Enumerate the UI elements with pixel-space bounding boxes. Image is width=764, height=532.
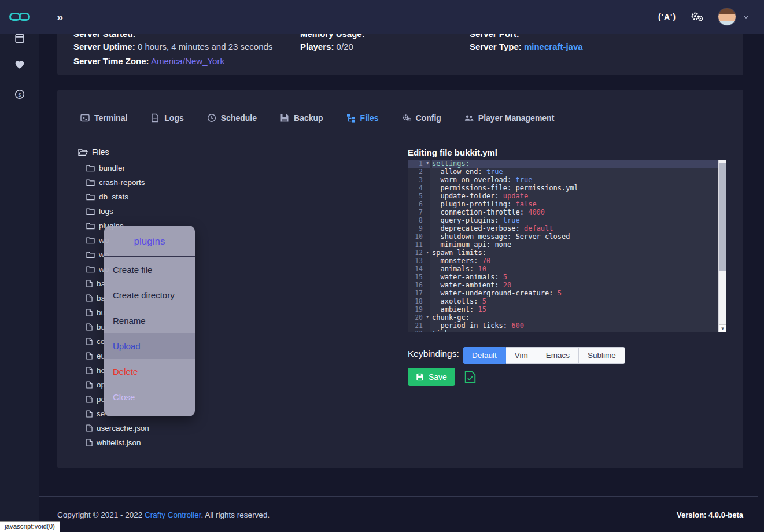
settings-gears-icon[interactable]	[690, 11, 704, 23]
tab-label: Schedule	[221, 113, 257, 123]
keybindings-label: Keybindings:	[408, 349, 459, 359]
chevron-down-icon[interactable]	[743, 15, 749, 19]
context-menu-title: plugins	[104, 226, 195, 256]
menu-item-create-file[interactable]: Create file	[104, 257, 195, 282]
tab-logs[interactable]: Logs	[150, 113, 183, 123]
footer: Copyright © 2021 - 2022 Crafty Controlle…	[39, 496, 758, 532]
code-line: period-in-ticks: 600	[432, 322, 718, 330]
editor-code-area[interactable]: settings: allow-end: true warn-on-overlo…	[430, 160, 718, 332]
tree-item-logs[interactable]: logs	[86, 204, 149, 219]
gutter-line-number: 22	[408, 330, 430, 332]
file-icon	[86, 424, 93, 432]
file-icon	[86, 309, 93, 316]
gutter-line-number: 9	[408, 224, 430, 232]
server-type-link[interactable]: minecraft-java	[524, 42, 583, 51]
tab-backup[interactable]: Backup	[280, 113, 323, 123]
code-line: update-folder: update	[432, 192, 718, 200]
stat-timezone: Server Time Zone: America/New_York	[73, 56, 224, 66]
fold-arrow-icon[interactable]: ▾	[426, 248, 429, 256]
files-icon	[346, 113, 356, 123]
code-line: plugin-profiling: false	[432, 200, 718, 208]
file-check-icon[interactable]	[464, 371, 476, 383]
heart-icon[interactable]	[14, 60, 25, 69]
folder-icon	[86, 237, 95, 244]
fold-arrow-icon[interactable]: ▾	[426, 160, 429, 167]
crafty-logo[interactable]	[0, 0, 39, 34]
copyright-text: Copyright © 2021 - 2022 Crafty Controlle…	[57, 511, 270, 519]
file-icon	[86, 280, 93, 287]
file-icon	[86, 410, 93, 418]
tab-bar: TerminalLogsScheduleBackupFilesConfigPla…	[80, 109, 554, 127]
tree-item-whitelist.json[interactable]: whitelist.json	[86, 435, 149, 450]
keybinding-emacs[interactable]: Emacs	[537, 347, 579, 364]
editor-title: Editing file bukkit.yml	[408, 147, 497, 157]
keybinding-default[interactable]: Default	[463, 347, 506, 364]
tab-terminal[interactable]: Terminal	[80, 113, 127, 123]
code-line: query-plugins: true	[432, 216, 718, 224]
gutter-line-number: 20▾	[408, 313, 430, 322]
menu-item-delete[interactable]: Delete	[104, 359, 195, 384]
code-line: water-ambient: 20	[432, 281, 718, 289]
menu-item-close[interactable]: Close	[104, 384, 195, 409]
tab-config[interactable]: Config	[402, 113, 441, 123]
file-icon	[86, 381, 93, 389]
tab-label: Logs	[164, 113, 183, 123]
copyright-suffix: . All rights reserved.	[201, 511, 270, 519]
tree-item-label: bundler	[99, 164, 125, 172]
tab-schedule[interactable]: Schedule	[207, 113, 257, 123]
fold-arrow-icon[interactable]: ▾	[426, 313, 429, 321]
code-line: deprecated-verbose: default	[432, 224, 718, 232]
code-line: minimum-api: none	[432, 241, 718, 249]
menu-item-upload[interactable]: Upload	[104, 333, 195, 359]
save-button[interactable]: Save	[408, 368, 455, 386]
keybinding-vim[interactable]: Vim	[506, 347, 537, 364]
menu-item-create-directory[interactable]: Create directory	[104, 282, 195, 308]
tab-label: Config	[416, 113, 441, 123]
svg-text:$: $	[18, 91, 21, 98]
code-editor[interactable]: 1▾23456789101112▾1314151617181920▾2122 s…	[408, 160, 726, 332]
tab-label: Files	[360, 113, 379, 123]
sidebar-collapse-toggle[interactable]: »	[57, 10, 63, 24]
save-button-label: Save	[429, 372, 447, 382]
donate-coin-icon[interactable]: $	[14, 89, 25, 99]
scrollbar-down-arrow-icon[interactable]: ▼	[719, 324, 726, 332]
stat-value: 0/20	[334, 42, 353, 51]
crafty-controller-link[interactable]: Crafty Controller	[145, 511, 201, 519]
tree-item-label: usercache.json	[97, 424, 149, 433]
code-line: settings:	[432, 160, 718, 168]
tree-item-label: whitelist.json	[97, 438, 141, 447]
tree-item-label: logs	[99, 207, 113, 216]
tab-label: Terminal	[94, 113, 127, 123]
scrollbar-thumb[interactable]	[719, 163, 726, 271]
code-line: warn-on-overload: true	[432, 176, 718, 184]
tree-item-db_stats[interactable]: db_stats	[86, 190, 149, 204]
tree-item-usercache.json[interactable]: usercache.json	[86, 421, 149, 435]
tree-item-bundler[interactable]: bundler	[86, 161, 149, 175]
backup-icon	[280, 113, 289, 123]
file-icon	[86, 439, 93, 446]
code-line: animals: 10	[432, 265, 718, 273]
folder-icon	[86, 251, 95, 258]
terminal-icon	[80, 113, 90, 123]
code-line: allow-end: true	[432, 168, 718, 176]
avatar[interactable]	[718, 8, 736, 26]
stat-value: 0 hours, 4 minutes and 23 seconds	[135, 42, 273, 51]
keybinding-sublime[interactable]: Sublime	[579, 347, 625, 364]
editor-scrollbar[interactable]: ▼	[718, 160, 726, 332]
file-icon	[86, 294, 93, 302]
window-icon[interactable]	[15, 34, 25, 43]
gutter-line-number: 3	[408, 176, 430, 184]
file-tree-root[interactable]: Files	[78, 147, 109, 157]
chain-link-logo-icon	[9, 10, 31, 23]
tab-player-management[interactable]: Player Management	[464, 113, 555, 123]
language-icon[interactable]: ('A')	[658, 12, 676, 21]
gutter-line-number: 10	[408, 232, 430, 241]
gutter-line-number: 1▾	[408, 160, 430, 168]
folder-icon	[86, 265, 95, 273]
tree-item-crash-reports[interactable]: crash-reports	[86, 175, 149, 190]
left-sidebar: $	[0, 34, 39, 532]
tab-files[interactable]: Files	[346, 113, 379, 123]
menu-item-rename[interactable]: Rename	[104, 308, 195, 333]
timezone-link[interactable]: America/New_York	[151, 56, 224, 66]
players-icon	[464, 113, 474, 123]
